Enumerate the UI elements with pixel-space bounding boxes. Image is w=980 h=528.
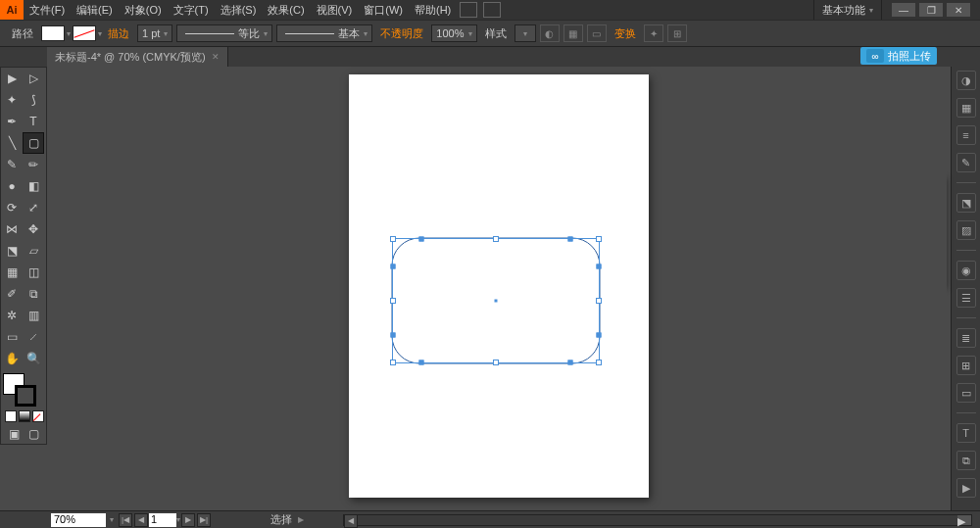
stroke-proxy[interactable] — [15, 385, 36, 407]
handle-e[interactable] — [596, 298, 602, 304]
scroll-left-button[interactable]: ◀ — [344, 514, 358, 528]
menu-file[interactable]: 文件(F) — [24, 3, 71, 18]
graph-tool[interactable]: ▥ — [23, 305, 44, 326]
scale-tool[interactable]: ⤢ — [23, 197, 44, 218]
menu-object[interactable]: 对象(O) — [119, 3, 168, 18]
close-tab-icon[interactable]: ✕ — [212, 52, 220, 62]
zoom-tool[interactable]: 🔍 — [23, 348, 44, 369]
fill-swatch[interactable] — [41, 25, 65, 41]
close-button[interactable]: ✕ — [947, 3, 970, 17]
actions-panel-icon[interactable]: ▶ — [956, 478, 976, 498]
color-mode-swatch[interactable] — [5, 410, 17, 422]
align-icon[interactable]: ▦ — [564, 24, 583, 42]
normal-screen-icon[interactable]: ▣ — [5, 426, 23, 442]
graphic-style-picker[interactable] — [514, 24, 536, 42]
handle-sw[interactable] — [390, 360, 396, 365]
gradient-mode-swatch[interactable] — [19, 410, 30, 422]
eraser-tool[interactable]: ◧ — [23, 175, 44, 197]
canvas-area[interactable] — [51, 67, 947, 510]
next-artboard-button[interactable]: ▶ — [181, 513, 195, 527]
direct-selection-tool[interactable]: ▷ — [23, 68, 44, 89]
align-panel-icon[interactable]: ≣ — [956, 328, 976, 348]
anchor-point[interactable] — [391, 264, 396, 268]
handle-nw[interactable] — [390, 236, 396, 242]
width-tool[interactable]: ⋈ — [1, 218, 23, 240]
anchor-point[interactable] — [597, 333, 602, 338]
selection-tool[interactable]: ▶ — [1, 68, 23, 89]
links-panel-icon[interactable]: ⧉ — [956, 451, 976, 470]
slice-tool[interactable]: ⟋ — [23, 326, 44, 348]
perspective-tool[interactable]: ▱ — [23, 240, 44, 262]
horizontal-scrollbar[interactable]: ◀ ▶ — [343, 514, 972, 526]
mesh-tool[interactable]: ▦ — [1, 262, 23, 283]
gradient-tool[interactable]: ◫ — [23, 262, 44, 283]
workspace-switcher[interactable]: 基本功能 — [822, 3, 865, 18]
stroke-panel-icon[interactable]: ≡ — [956, 125, 976, 145]
first-artboard-button[interactable]: |◀ — [119, 513, 132, 527]
anchor-point[interactable] — [419, 360, 424, 365]
rounded-rectangle-tool[interactable]: ▢ — [23, 132, 44, 154]
stroke-weight-input[interactable]: 1 pt — [137, 24, 172, 42]
layout-icon[interactable] — [460, 2, 477, 18]
handle-se[interactable] — [596, 360, 602, 365]
additional-panel-icon[interactable]: T — [956, 423, 976, 443]
scroll-right-button[interactable]: ▶ — [957, 515, 971, 525]
layers-panel-icon[interactable]: ☰ — [956, 288, 976, 308]
menu-view[interactable]: 视图(V) — [311, 3, 359, 18]
blend-tool[interactable]: ⧉ — [23, 283, 44, 305]
menu-edit[interactable]: 编辑(E) — [71, 3, 119, 18]
symbol-sprayer-tool[interactable]: ✲ — [1, 305, 23, 326]
brush-definition[interactable]: 基本 — [276, 24, 372, 42]
menu-window[interactable]: 窗口(W) — [358, 3, 409, 18]
brushes-panel-icon[interactable]: ✎ — [956, 153, 976, 172]
handle-n[interactable] — [493, 236, 499, 242]
artboard-number-input[interactable]: 1 — [149, 513, 176, 527]
opacity-label[interactable]: 不透明度 — [374, 26, 429, 41]
upload-button[interactable]: ∞ 拍照上传 — [860, 47, 937, 65]
menu-effect[interactable]: 效果(C) — [262, 3, 310, 18]
blob-brush-tool[interactable]: ● — [1, 175, 23, 197]
transform-panel-icon[interactable]: ▭ — [956, 383, 976, 403]
anchor-point[interactable] — [391, 333, 396, 338]
shape-builder-tool[interactable]: ⬔ — [1, 240, 23, 262]
swatches-panel-icon[interactable]: ▦ — [956, 98, 976, 118]
transform-icon[interactable]: ⊞ — [667, 24, 687, 42]
pen-tool[interactable]: ✒ — [1, 111, 23, 132]
selection-bounding-box[interactable] — [392, 238, 600, 363]
free-transform-tool[interactable]: ✥ — [23, 218, 44, 240]
anchor-point[interactable] — [567, 237, 572, 242]
transform-label[interactable]: 变换 — [609, 26, 642, 41]
arrange-icon[interactable] — [483, 2, 501, 18]
stroke-swatch[interactable] — [73, 25, 96, 41]
color-panel-icon[interactable]: ◑ — [956, 71, 976, 90]
hand-tool[interactable]: ✋ — [1, 348, 23, 369]
artboard[interactable] — [349, 74, 649, 498]
menu-help[interactable]: 帮助(H) — [409, 3, 457, 18]
rotate-tool[interactable]: ⟳ — [1, 197, 23, 218]
minimize-button[interactable]: — — [892, 3, 915, 17]
anchor-point[interactable] — [597, 264, 602, 268]
lasso-tool[interactable]: ⟆ — [23, 89, 44, 111]
pencil-tool[interactable]: ✏ — [23, 154, 44, 175]
full-screen-icon[interactable]: ▢ — [24, 426, 42, 442]
menu-select[interactable]: 选择(S) — [215, 3, 263, 18]
pathfinder-panel-icon[interactable]: ⊞ — [956, 356, 976, 375]
variable-width-profile[interactable]: 等比 — [176, 24, 272, 42]
artboard-tool[interactable]: ▭ — [1, 326, 23, 348]
appearance-panel-icon[interactable]: ◉ — [956, 261, 976, 280]
maximize-button[interactable]: ❐ — [919, 3, 943, 17]
shape-icon[interactable]: ▭ — [587, 24, 607, 42]
type-tool[interactable]: T — [23, 111, 44, 132]
handle-ne[interactable] — [596, 236, 602, 242]
line-tool[interactable]: ╲ — [1, 132, 23, 154]
prev-artboard-button[interactable]: ◀ — [134, 513, 148, 527]
handle-s[interactable] — [493, 360, 499, 365]
symbols-panel-icon[interactable]: ⬔ — [956, 193, 976, 213]
menu-type[interactable]: 文字(T) — [168, 3, 215, 18]
document-tab[interactable]: 未标题-4* @ 70% (CMYK/预览) ✕ — [47, 47, 228, 67]
anchor-point[interactable] — [419, 237, 424, 242]
graphic-styles-panel-icon[interactable]: ▨ — [956, 220, 976, 240]
zoom-input[interactable]: 70% — [51, 513, 106, 527]
recolor-icon[interactable]: ◐ — [540, 24, 560, 42]
anchor-point[interactable] — [567, 360, 572, 365]
